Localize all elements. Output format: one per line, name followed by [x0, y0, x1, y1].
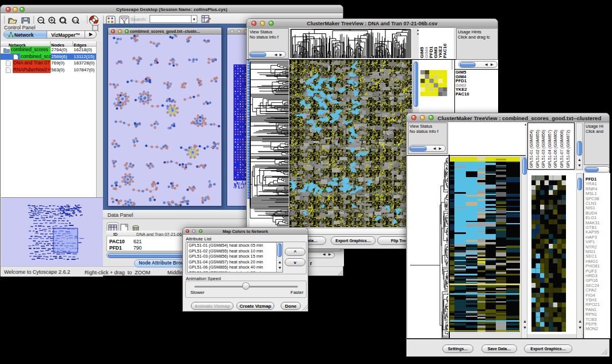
svg-text:GPL51-08 (GSM872): GPL51-08 (GSM872): [566, 130, 571, 168]
svg-text:PAC10: PAC10: [442, 43, 447, 58]
svg-text:1:1: 1:1: [73, 19, 78, 22]
svg-text:GPL51-03 (GSM856): GPL51-03 (GSM856): [541, 130, 546, 168]
svg-text:GPL51-06 (GSM865): GPL51-06 (GSM865): [553, 130, 558, 168]
svg-text:GPL51-02 (GSM855): GPL51-02 (GSM855): [536, 130, 540, 168]
svg-text:GPL51-01 (GSM854): GPL51-01 (GSM854): [529, 130, 534, 168]
svg-text:GPL51-07 (GSM868): GPL51-07 (GSM868): [560, 130, 564, 168]
svg-text:GPL51-04 (GSM857): GPL51-04 (GSM857): [548, 130, 552, 168]
